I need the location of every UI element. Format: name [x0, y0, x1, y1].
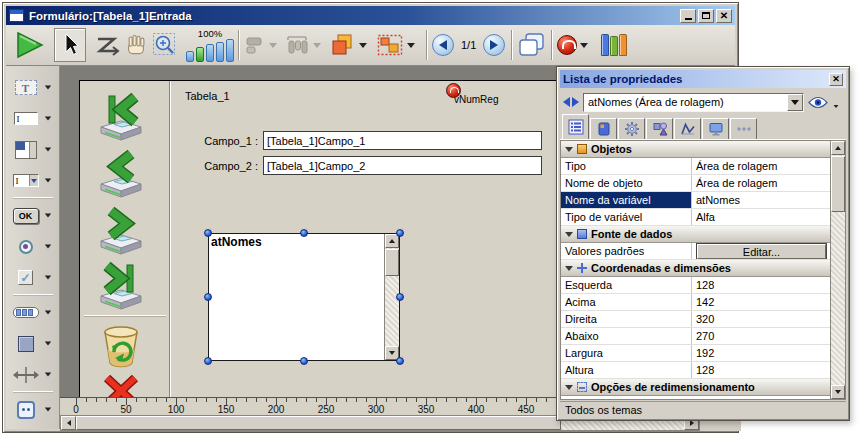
property-row[interactable]: Esquerda128: [561, 277, 831, 294]
tool-combo-box[interactable]: I: [6, 165, 59, 196]
object-navigator[interactable]: [563, 97, 579, 107]
zoom-tool-button[interactable]: [152, 28, 178, 62]
scroll-area-object[interactable]: atNomes: [208, 233, 400, 361]
tab-list[interactable]: [562, 114, 589, 139]
dropdown-arrow-icon[interactable]: [44, 117, 50, 121]
property-label[interactable]: Valores padrões: [561, 243, 692, 259]
selection-handle[interactable]: [300, 229, 308, 237]
scrollbar-thumb[interactable]: [831, 156, 845, 212]
tab-book[interactable]: [590, 118, 617, 139]
object-method-button[interactable]: [557, 28, 577, 62]
delete-record-button[interactable]: [90, 319, 152, 371]
property-value[interactable]: 320: [692, 311, 831, 327]
palette-close-button[interactable]: ✕: [829, 73, 843, 86]
collapse-triangle-icon[interactable]: [565, 147, 573, 152]
dropdown-arrow-icon[interactable]: [44, 408, 50, 412]
show-hide-button[interactable]: [808, 96, 843, 109]
table-title[interactable]: Tabela_1: [185, 90, 230, 102]
zoom-bars[interactable]: [186, 39, 234, 62]
window-titlebar[interactable]: Formulário:[Tabela_1]Entrada ✕: [6, 6, 735, 25]
selection-handle[interactable]: [396, 357, 404, 365]
field-label[interactable]: Campo_2 :: [200, 160, 258, 172]
property-row[interactable]: Direita320: [561, 311, 831, 328]
execute-form-button[interactable]: [14, 28, 46, 62]
move-tool-button[interactable]: [124, 28, 148, 62]
selection-handle[interactable]: [204, 229, 212, 237]
property-label[interactable]: Direita: [561, 311, 692, 327]
previous-page-button[interactable]: [432, 28, 454, 62]
group-button[interactable]: [376, 28, 404, 62]
property-row[interactable]: TipoÁrea de rolagem: [561, 158, 831, 175]
property-value[interactable]: Alfa: [692, 209, 831, 225]
library-button[interactable]: [601, 34, 627, 56]
tab-events[interactable]: [674, 118, 701, 139]
selection-handle[interactable]: [396, 293, 404, 301]
dropdown-arrow-icon[interactable]: [44, 342, 50, 346]
zoom-level-control[interactable]: 100%: [186, 29, 234, 62]
property-section-header[interactable]: Opções de redimensionamento: [561, 379, 831, 396]
dropdown-arrow-icon[interactable]: [44, 245, 50, 249]
dropdown-arrow-icon[interactable]: [44, 276, 50, 280]
tool-button[interactable]: OK: [6, 200, 59, 231]
tool-plugin-area[interactable]: [6, 394, 59, 425]
property-value[interactable]: atNomes: [692, 192, 831, 208]
property-label[interactable]: Esquerda: [561, 277, 692, 293]
tool-text[interactable]: T: [6, 72, 59, 103]
property-label[interactable]: Abaixo: [561, 328, 692, 344]
tool-splitter[interactable]: [6, 359, 59, 390]
property-value[interactable]: 270: [692, 328, 831, 344]
dropdown-arrow-icon[interactable]: [44, 214, 50, 218]
zoom-bar-50-icon[interactable]: [186, 51, 194, 62]
close-button[interactable]: ✕: [716, 9, 732, 23]
property-value[interactable]: Área de rolagem: [692, 175, 831, 191]
tool-rectangle[interactable]: [6, 328, 59, 359]
property-value[interactable]: 142: [692, 294, 831, 310]
property-label[interactable]: Tipo: [561, 158, 692, 174]
property-row[interactable]: Abaixo270: [561, 328, 831, 345]
scroll-area-box[interactable]: atNomes: [208, 233, 400, 361]
dropdown-arrow-icon[interactable]: [44, 311, 50, 315]
tab-gear[interactable]: [618, 118, 645, 139]
form-pages-button[interactable]: [517, 28, 547, 62]
palette-titlebar[interactable]: Lista de propriedades ✕: [560, 70, 846, 88]
scrollbar-thumb[interactable]: [385, 249, 399, 276]
zoom-bar-200-icon[interactable]: [206, 44, 214, 62]
selection-handle[interactable]: [396, 229, 404, 237]
zoom-bar-100-icon[interactable]: [196, 47, 204, 62]
property-label[interactable]: Tipo de variável: [561, 209, 692, 225]
field-input[interactable]: [Tabela_1]Campo_2: [263, 156, 542, 175]
field-label[interactable]: Campo_1 :: [200, 135, 258, 147]
cancel-button[interactable]: [90, 374, 152, 397]
scroll-left-button[interactable]: [61, 416, 76, 430]
property-value[interactable]: 192: [692, 345, 831, 361]
collapse-triangle-icon[interactable]: [565, 232, 573, 237]
property-row[interactable]: Nome da variávelatNomes: [561, 192, 831, 209]
last-record-button[interactable]: [90, 260, 152, 312]
level-button[interactable]: [330, 28, 356, 62]
tool-list-box[interactable]: [6, 134, 59, 165]
selection-handle[interactable]: [204, 293, 212, 301]
scroll-down-button[interactable]: [831, 385, 845, 399]
collapse-triangle-icon[interactable]: [565, 385, 573, 390]
level-dropdown-icon[interactable]: [359, 43, 367, 48]
previous-record-button[interactable]: [90, 148, 152, 200]
minimize-button[interactable]: [680, 9, 696, 23]
next-record-button[interactable]: [90, 205, 152, 257]
first-record-button[interactable]: [90, 91, 152, 143]
dropdown-arrow-icon[interactable]: [44, 373, 50, 377]
palette-scrollbar[interactable]: [830, 140, 846, 400]
hscroll-thumb[interactable]: [76, 416, 561, 430]
property-label[interactable]: Largura: [561, 345, 692, 361]
entry-order-tool-button[interactable]: [94, 28, 120, 62]
scroll-up-button[interactable]: [831, 141, 845, 155]
property-row[interactable]: Acima142: [561, 294, 831, 311]
dropdown-arrow-icon[interactable]: [44, 179, 50, 183]
maximize-button[interactable]: [698, 9, 714, 23]
selection-handle[interactable]: [300, 357, 308, 365]
dropdown-arrow-icon[interactable]: [44, 148, 50, 152]
tool-radio-button[interactable]: [6, 231, 59, 262]
zoom-bar-800-icon[interactable]: [226, 39, 234, 62]
dropdown-button[interactable]: [787, 94, 803, 111]
select-tool-button[interactable]: [54, 28, 86, 62]
tab-more[interactable]: [730, 118, 757, 139]
